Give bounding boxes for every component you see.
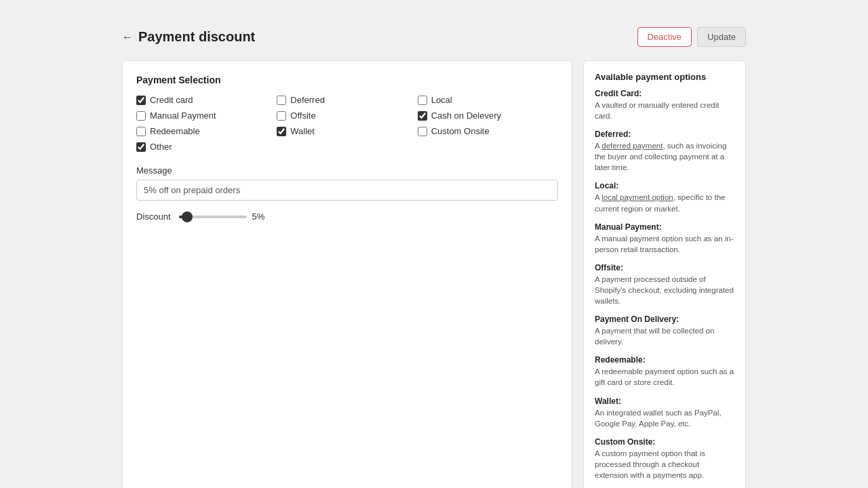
info-deferred-desc: A deferred payment, such as invoicing th… xyxy=(595,140,734,173)
checkbox-cod-label: Cash on Delevery xyxy=(431,110,501,121)
checkbox-wallet-label: Wallet xyxy=(290,126,315,136)
checkbox-credit-card-input[interactable] xyxy=(136,96,146,105)
info-offsite-desc: A payment processed outside of Shopify's… xyxy=(595,274,734,306)
info-manual-payment: Manual Payment: A manual payment option … xyxy=(595,222,734,255)
checkbox-other-input[interactable] xyxy=(136,142,146,152)
info-credit-card-desc: A vaulted or manually entered credit car… xyxy=(595,100,734,121)
info-payment-on-delivery: Payment On Delivery: A payment that will… xyxy=(595,314,734,347)
discount-label: Discount xyxy=(136,211,171,222)
checkbox-manual-input[interactable] xyxy=(136,111,146,121)
checkbox-manual-payment[interactable]: Manual Payment xyxy=(136,110,277,121)
checkbox-custom-onsite[interactable]: Custom Onsite xyxy=(418,126,558,136)
page-container: ← Payment discount Deactive Update Payme… xyxy=(108,0,760,488)
content-row: Payment Selection Credit card Deferred L… xyxy=(122,60,746,488)
checkbox-other-label: Other xyxy=(150,142,172,152)
info-wallet-desc: An integrated wallet such as PayPal, Goo… xyxy=(595,407,734,429)
payment-selection-title: Payment Selection xyxy=(136,75,558,85)
info-credit-card: Credit Card: A vaulted or manually enter… xyxy=(595,89,734,121)
left-panel: Payment Selection Credit card Deferred L… xyxy=(122,60,572,488)
checkbox-offsite[interactable]: Offsite xyxy=(277,110,417,121)
info-local-desc: A local payment option, specific to the … xyxy=(595,192,734,214)
info-pod-title: Payment On Delivery: xyxy=(595,314,734,324)
checkbox-manual-label: Manual Payment xyxy=(150,110,216,121)
checkbox-local-input[interactable] xyxy=(418,96,427,105)
checkbox-redeemable-label: Redeemable xyxy=(150,126,200,136)
header-left: ← Payment discount xyxy=(122,29,255,45)
right-panel: Available payment options Credit Card: A… xyxy=(583,60,746,488)
page-title: Payment discount xyxy=(138,29,255,45)
info-deferred-title: Deferred: xyxy=(595,129,734,139)
checkbox-offsite-label: Offsite xyxy=(290,110,315,121)
checkbox-other[interactable]: Other xyxy=(136,142,277,152)
checkbox-redeemable[interactable]: Redeemable xyxy=(136,126,277,136)
message-input[interactable] xyxy=(136,180,558,201)
info-manual-payment-title: Manual Payment: xyxy=(595,222,734,232)
checkbox-local-label: Local xyxy=(431,95,452,105)
checkbox-deferred-input[interactable] xyxy=(277,96,286,105)
info-redeemable-title: Redeemable: xyxy=(595,355,734,365)
message-section: Message xyxy=(136,165,558,201)
checkbox-grid: Credit card Deferred Local Manual Paymen… xyxy=(136,95,558,152)
checkbox-redeemable-input[interactable] xyxy=(136,127,146,136)
back-arrow-icon[interactable]: ← xyxy=(122,31,133,43)
info-offsite-title: Offsite: xyxy=(595,263,734,272)
message-label: Message xyxy=(136,165,558,176)
header-deactive-button[interactable]: Deactive xyxy=(637,27,692,47)
info-deferred: Deferred: A deferred payment, such as in… xyxy=(595,129,734,173)
header-buttons: Deactive Update xyxy=(637,27,747,47)
checkbox-offsite-input[interactable] xyxy=(277,111,286,121)
available-options-title: Available payment options xyxy=(595,72,734,82)
checkbox-wallet[interactable]: Wallet xyxy=(277,126,417,136)
header-update-button[interactable]: Update xyxy=(697,27,746,47)
info-credit-card-title: Credit Card: xyxy=(595,89,734,98)
checkbox-wallet-input[interactable] xyxy=(277,127,286,136)
checkbox-cash-on-delivery[interactable]: Cash on Delevery xyxy=(418,110,558,121)
info-wallet-title: Wallet: xyxy=(595,396,734,406)
info-pod-desc: A payment that will be collected on deli… xyxy=(595,325,734,347)
checkbox-cod-input[interactable] xyxy=(418,111,427,121)
checkbox-local[interactable]: Local xyxy=(418,95,558,105)
discount-slider[interactable] xyxy=(179,216,247,218)
checkbox-credit-card[interactable]: Credit card xyxy=(136,95,277,105)
info-redeemable: Redeemable: A redeemable payment option … xyxy=(595,355,734,388)
info-wallet: Wallet: An integrated wallet such as Pay… xyxy=(595,396,734,429)
checkbox-credit-card-label: Credit card xyxy=(150,95,193,105)
checkbox-custom-onsite-label: Custom Onsite xyxy=(431,126,490,136)
slider-container: 5% xyxy=(179,211,265,222)
checkbox-deferred-label: Deferred xyxy=(290,95,325,105)
info-custom-onsite-desc: A custom payment option that is processe… xyxy=(595,448,734,481)
discount-section: Discount 5% xyxy=(136,211,558,222)
info-manual-payment-desc: A manual payment option such as an in-pe… xyxy=(595,233,734,255)
info-custom-onsite: Custom Onsite: A custom payment option t… xyxy=(595,437,734,481)
header: ← Payment discount Deactive Update xyxy=(122,27,746,47)
discount-value: 5% xyxy=(252,211,265,222)
checkbox-custom-onsite-input[interactable] xyxy=(418,127,427,136)
info-redeemable-desc: A redeemable payment option such as a gi… xyxy=(595,366,734,388)
info-local: Local: A local payment option, specific … xyxy=(595,181,734,214)
checkbox-deferred[interactable]: Deferred xyxy=(277,95,417,105)
info-custom-onsite-title: Custom Onsite: xyxy=(595,437,734,447)
info-local-title: Local: xyxy=(595,181,734,190)
info-offsite: Offsite: A payment processed outside of … xyxy=(595,263,734,306)
